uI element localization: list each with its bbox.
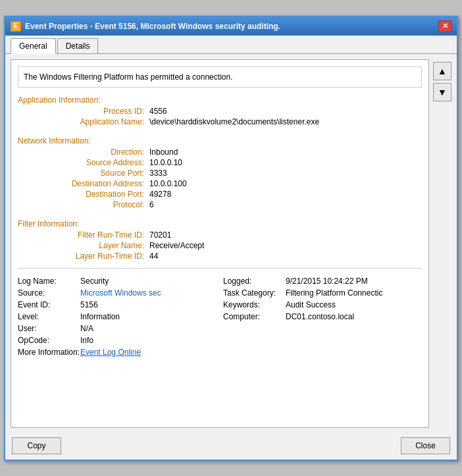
description-box: The Windows Filtering Platform has permi… bbox=[18, 66, 422, 88]
net-dst-port-label: Destination Port: bbox=[31, 190, 149, 199]
net-src-addr-label: Source Address: bbox=[31, 158, 149, 167]
tab-details[interactable]: Details bbox=[57, 38, 99, 53]
close-button[interactable]: Close bbox=[401, 437, 450, 454]
meta-level-row: Level: Information bbox=[18, 311, 217, 323]
net-dst-port-value: 49278 bbox=[149, 190, 171, 199]
app-name-label: Application Name: bbox=[31, 117, 149, 126]
net-src-addr-value: 10.0.0.10 bbox=[149, 158, 182, 167]
net-src-port-label: Source Port: bbox=[31, 169, 149, 178]
meta-keywords-value: Audit Success bbox=[286, 300, 336, 309]
meta-level-label: Level: bbox=[18, 312, 80, 321]
close-title-button[interactable]: ✕ bbox=[438, 20, 451, 32]
filter-layer-name-label: Layer Name: bbox=[31, 241, 149, 250]
copy-button[interactable]: Copy bbox=[12, 437, 61, 454]
net-direction-value: Inbound bbox=[149, 147, 178, 157]
separator bbox=[18, 268, 422, 269]
net-dst-addr-label: Destination Address: bbox=[31, 179, 149, 188]
net-dst-port-row: Destination Port: 49278 bbox=[18, 189, 422, 199]
main-window: E Event Properties - Event 5156, Microso… bbox=[4, 16, 458, 461]
meta-keywords-row: Keywords: Audit Success bbox=[223, 299, 422, 311]
event-log-online-link[interactable]: Event Log Online bbox=[80, 348, 141, 357]
main-panel: The Windows Filtering Platform has permi… bbox=[11, 59, 429, 428]
filter-layer-runtime-id-value: 44 bbox=[149, 251, 158, 261]
meta-computer-label: Computer: bbox=[223, 312, 286, 321]
net-src-port-row: Source Port: 3333 bbox=[18, 168, 422, 178]
meta-source-value: Microsoft Windows sec bbox=[80, 288, 161, 298]
filter-layer-runtime-id-label: Layer Run-Time ID: bbox=[31, 251, 149, 261]
meta-eventid-value: 5156 bbox=[80, 300, 98, 309]
net-protocol-label: Protocol: bbox=[31, 200, 149, 209]
net-src-port-value: 3333 bbox=[149, 169, 167, 178]
meta-taskcategory-row: Task Category: Filtering Platform Connec… bbox=[223, 287, 422, 299]
meta-keywords-label: Keywords: bbox=[223, 300, 286, 309]
meta-logged-value: 9/21/2015 10:24:22 PM bbox=[286, 277, 368, 286]
meta-computer-value: DC01.contoso.local bbox=[286, 312, 354, 321]
net-direction-row: Direction: Inbound bbox=[18, 147, 422, 157]
scroll-down-button[interactable]: ▼ bbox=[433, 83, 451, 101]
meta-eventid-row: Event ID: 5156 bbox=[18, 299, 217, 311]
net-protocol-value: 6 bbox=[149, 200, 154, 209]
metadata-left: Log Name: Security Source: Microsoft Win… bbox=[18, 275, 217, 358]
meta-taskcategory-label: Task Category: bbox=[223, 288, 286, 298]
scroll-buttons: ▲ ▼ bbox=[433, 59, 451, 428]
scroll-up-button[interactable]: ▲ bbox=[433, 62, 451, 80]
meta-computer-row: Computer: DC01.contoso.local bbox=[223, 311, 422, 323]
net-protocol-row: Protocol: 6 bbox=[18, 199, 422, 210]
net-direction-label: Direction: bbox=[31, 147, 149, 157]
window-title: Event Properties - Event 5156, Microsoft… bbox=[25, 22, 280, 31]
app-process-id-value: 4556 bbox=[149, 107, 167, 116]
meta-logged-row: Logged: 9/21/2015 10:24:22 PM bbox=[223, 275, 422, 287]
meta-level-value: Information bbox=[80, 312, 120, 321]
network-section-label: Network Information: bbox=[18, 136, 422, 145]
net-dst-addr-row: Destination Address: 10.0.0.100 bbox=[18, 178, 422, 189]
net-dst-addr-value: 10.0.0.100 bbox=[149, 179, 187, 188]
meta-eventid-label: Event ID: bbox=[18, 300, 80, 309]
meta-user-label: User: bbox=[18, 324, 80, 333]
filter-layer-name-value: Receive/Accept bbox=[149, 241, 204, 250]
filter-runtime-id-row: Filter Run-Time ID: 70201 bbox=[18, 230, 422, 240]
filter-runtime-id-label: Filter Run-Time ID: bbox=[31, 230, 149, 240]
meta-opcode-label: OpCode: bbox=[18, 336, 80, 345]
filter-section-label: Filter Information: bbox=[18, 219, 422, 228]
meta-source-row: Source: Microsoft Windows sec bbox=[18, 287, 217, 299]
meta-opcode-value: Info bbox=[80, 336, 93, 345]
meta-source-label: Source: bbox=[18, 288, 80, 298]
filter-runtime-id-value: 70201 bbox=[149, 230, 171, 240]
meta-logname-value: Security bbox=[80, 277, 109, 286]
meta-moreinfo-label: More Information: bbox=[18, 348, 80, 357]
app-process-id-label: Process ID: bbox=[31, 107, 149, 116]
application-section-label: Application Information: bbox=[18, 95, 422, 105]
description-text: The Windows Filtering Platform has permi… bbox=[24, 72, 232, 82]
app-name-row: Application Name: \device\harddiskvolume… bbox=[18, 117, 422, 127]
filter-layer-runtime-id-row: Layer Run-Time ID: 44 bbox=[18, 251, 422, 261]
meta-user-value: N/A bbox=[80, 324, 93, 333]
title-bar: E Event Properties - Event 5156, Microso… bbox=[5, 17, 457, 36]
meta-logname-row: Log Name: Security bbox=[18, 275, 217, 287]
meta-user-row: User: N/A bbox=[18, 323, 217, 334]
meta-moreinfo-row: More Information: Event Log Online bbox=[18, 346, 217, 358]
meta-taskcategory-value: Filtering Platform Connectic bbox=[286, 288, 382, 298]
content-area: The Windows Filtering Platform has permi… bbox=[5, 54, 457, 433]
tab-bar: General Details bbox=[5, 36, 457, 54]
net-src-addr-row: Source Address: 10.0.0.10 bbox=[18, 157, 422, 168]
tab-general[interactable]: General bbox=[11, 38, 56, 54]
meta-logged-label: Logged: bbox=[223, 277, 286, 286]
metadata-section: Log Name: Security Source: Microsoft Win… bbox=[18, 275, 422, 358]
filter-layer-name-row: Layer Name: Receive/Accept bbox=[18, 240, 422, 251]
footer: Copy Close bbox=[5, 433, 457, 460]
meta-logname-label: Log Name: bbox=[18, 277, 80, 286]
metadata-right: Logged: 9/21/2015 10:24:22 PM Task Categ… bbox=[223, 275, 422, 358]
window-icon: E bbox=[11, 21, 21, 32]
title-bar-left: E Event Properties - Event 5156, Microso… bbox=[11, 21, 280, 32]
app-process-id-row: Process ID: 4556 bbox=[18, 106, 422, 117]
app-name-value: \device\harddiskvolume2\documents\listen… bbox=[149, 117, 319, 126]
meta-opcode-row: OpCode: Info bbox=[18, 334, 217, 346]
